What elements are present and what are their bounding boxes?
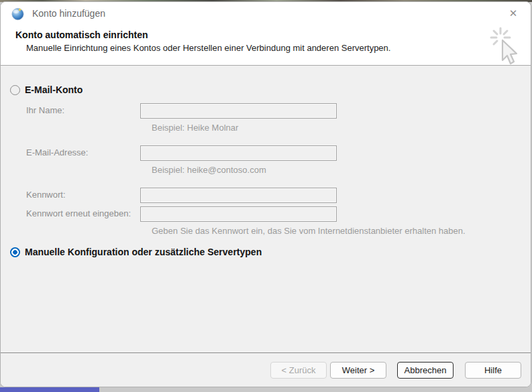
magic-cursor-icon	[482, 25, 524, 69]
manual-config-radio-label: Manuelle Konfiguration oder zusätzliche …	[25, 247, 262, 257]
password-hint: Geben Sie das Kennwort ein, das Sie vom …	[152, 226, 466, 236]
add-account-dialog: Konto hinzufügen ✕ Konto automatisch ein…	[0, 1, 531, 387]
retype-password-input[interactable]	[140, 206, 337, 222]
manual-config-radio[interactable]: Manuelle Konfiguration oder zusätzliche …	[10, 247, 262, 257]
email-account-radio[interactable]: E-Mail-Konto	[10, 84, 83, 95]
back-button[interactable]: < Zurück	[270, 362, 327, 379]
retype-password-field-label: Kennwort erneut eingeben:	[26, 206, 139, 221]
page-title: Konto automatisch einrichten	[15, 29, 531, 40]
titlebar: Konto hinzufügen ✕	[1, 2, 531, 25]
email-field-label: E-Mail-Adresse:	[26, 145, 139, 160]
name-input[interactable]	[140, 103, 337, 119]
next-button[interactable]: Weiter >	[330, 362, 386, 379]
password-input[interactable]	[140, 188, 337, 203]
help-button[interactable]: Hilfe	[465, 362, 521, 379]
password-field-label: Kennwort:	[26, 188, 139, 202]
page-subtitle: Manuelle Einrichtung eines Kontos oder H…	[26, 43, 531, 53]
wizard-body: E-Mail-Konto Ihr Name: Beispiel: Heike M…	[1, 66, 531, 352]
wizard-footer: < Zurück Weiter > Abbrechen Hilfe	[1, 352, 531, 387]
cancel-button[interactable]: Abbrechen	[397, 362, 454, 379]
wizard-header: Konto automatisch einrichten Manuelle Ei…	[1, 25, 531, 66]
radio-icon[interactable]	[10, 85, 20, 95]
radio-icon[interactable]	[10, 247, 20, 257]
close-icon[interactable]: ✕	[502, 3, 524, 23]
email-hint: Beispiel: heike@contoso.com	[152, 165, 266, 175]
email-account-radio-label: E-Mail-Konto	[25, 84, 83, 95]
outlook-icon	[11, 7, 25, 21]
email-input[interactable]	[140, 145, 337, 161]
name-hint: Beispiel: Heike Molnar	[152, 123, 238, 133]
name-field-label: Ihr Name:	[26, 103, 139, 118]
background-window-edge	[0, 387, 99, 392]
window-title: Konto hinzufügen	[32, 8, 105, 19]
